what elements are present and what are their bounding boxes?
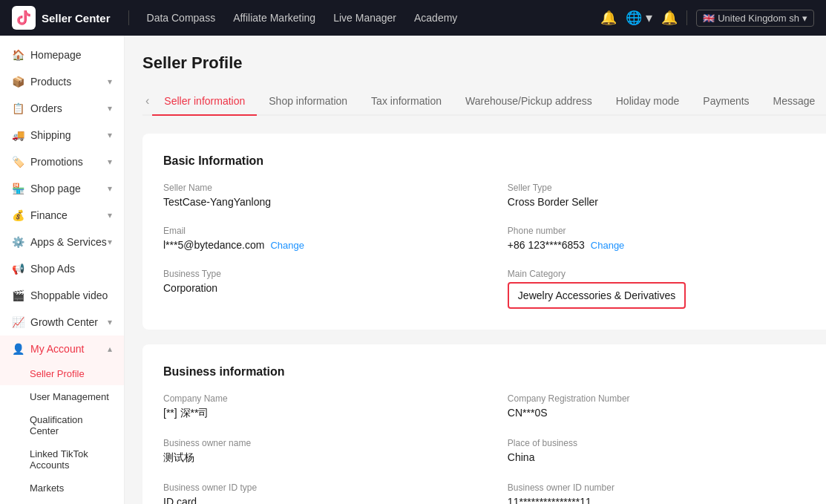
nav-live-manager[interactable]: Live Manager [333, 12, 396, 24]
sidebar-item-apps-services[interactable]: ⚙️ Apps & Services ▾ [0, 229, 124, 255]
apps-icon: ⚙️ [12, 236, 24, 248]
sidebar-item-shipping[interactable]: 🚚 Shipping ▾ [0, 122, 124, 148]
shop-page-icon: 🏪 [12, 183, 24, 194]
sidebar-item-finance[interactable]: 💰 Finance ▾ [0, 202, 124, 229]
sidebar-label-shoppable-video: Shoppable video [30, 289, 108, 301]
growth-icon: 📈 [12, 316, 24, 328]
sidebar-item-my-account[interactable]: 👤 My Account ▴ [0, 336, 124, 362]
chevron-down-icon: ▾ [108, 76, 112, 87]
phone-field: Phone number +86 123****6853 Change [508, 226, 816, 251]
home-icon: 🏠 [12, 49, 24, 61]
sidebar-item-shop-ads[interactable]: 📢 Shop Ads [0, 255, 124, 282]
sidebar-item-homepage[interactable]: 🏠 Homepage [0, 42, 124, 68]
basic-info-title: Basic Information [163, 154, 816, 168]
top-nav: Seller Center Data Compass Affiliate Mar… [0, 0, 826, 36]
owner-name-field: Business owner name 测试杨 [163, 438, 472, 465]
seller-type-label: Seller Type [508, 183, 816, 193]
tab-shop-info[interactable]: Shop information [257, 88, 359, 116]
sidebar-item-shoppable-video[interactable]: 🎬 Shoppable video [0, 282, 124, 309]
sidebar-label-products: Products [30, 76, 71, 88]
products-icon: 📦 [12, 76, 24, 88]
sidebar: 🏠 Homepage 📦 Products ▾ 📋 Orders ▾ 🚚 Shi… [0, 36, 125, 504]
email-label: Email [163, 226, 472, 236]
video-icon: 🎬 [12, 289, 24, 301]
tab-holiday-mode[interactable]: Holiday mode [604, 88, 692, 116]
translate-icon[interactable]: 🌐 ▾ [626, 10, 652, 26]
company-name-value: [**] 深**司 [163, 407, 472, 420]
email-value: l***5@bytedance.com Change [163, 239, 472, 251]
sidebar-sub-linked-tiktok[interactable]: Linked TikTok Accounts [0, 442, 124, 477]
seller-type-field: Seller Type Cross Border Seller [508, 183, 816, 208]
place-of-business-field: Place of business China [508, 438, 816, 465]
tab-payments[interactable]: Payments [691, 88, 761, 116]
flag-icon: 🇬🇧 [703, 13, 715, 24]
owner-name-label: Business owner name [163, 438, 472, 448]
nav-data-compass[interactable]: Data Compass [147, 12, 216, 24]
nav-academy[interactable]: Academy [414, 12, 457, 24]
email-text: l***5@bytedance.com [163, 239, 264, 251]
tab-warehouse[interactable]: Warehouse/Pickup address [453, 88, 604, 116]
sidebar-item-promotions[interactable]: 🏷️ Promotions ▾ [0, 148, 124, 175]
sidebar-sub-seller-profile[interactable]: Seller Profile [0, 362, 124, 385]
phone-label: Phone number [508, 226, 816, 236]
email-field: Email l***5@bytedance.com Change [163, 226, 472, 251]
main-category-highlight: Jewelry Accessories & Derivatives [508, 282, 686, 309]
phone-text: +86 123****6853 [508, 239, 585, 251]
company-reg-field: Company Registration Number CN***0S [508, 393, 816, 420]
sidebar-sub-markets[interactable]: Markets [0, 477, 124, 500]
nav-divider-2 [686, 10, 687, 25]
owner-id-number-label: Business owner ID number [508, 482, 816, 493]
main-category-field: Main Category Jewelry Accessories & Deri… [508, 269, 816, 309]
business-type-value: Corporation [163, 282, 472, 294]
seller-name-label: Seller Name [163, 183, 472, 193]
sidebar-label-shipping: Shipping [30, 129, 71, 141]
sidebar-sub-user-management[interactable]: User Management [0, 385, 124, 408]
sidebar-label-shop-page: Shop page [30, 183, 81, 194]
business-info-card: Business information Company Name [**] 深… [142, 344, 826, 504]
tabs: ‹ Seller information Shop information Ta… [142, 88, 826, 116]
sidebar-sub-qualification-center[interactable]: Qualification Center [0, 408, 124, 442]
owner-id-type-label: Business owner ID type [163, 482, 472, 493]
tab-message[interactable]: Message [761, 88, 826, 116]
finance-icon: 💰 [12, 209, 24, 221]
seller-type-value: Cross Border Seller [508, 196, 816, 208]
basic-info-card: Basic Information Seller Name TestCase-Y… [142, 134, 826, 330]
chevron-down-icon: ▾ [108, 237, 112, 247]
sidebar-label-growth: Growth Center [30, 316, 98, 328]
business-info-title: Business information [163, 365, 816, 379]
tab-seller-info[interactable]: Seller information [152, 88, 257, 116]
main-category-label: Main Category [508, 269, 816, 279]
sidebar-label-promotions: Promotions [30, 156, 83, 168]
owner-id-number-field: Business owner ID number 11*************… [508, 482, 816, 504]
tab-scroll-left[interactable]: ‹ [142, 94, 152, 108]
sidebar-item-growth-center[interactable]: 📈 Growth Center ▾ [0, 309, 124, 336]
region-selector[interactable]: 🇬🇧 United Kingdom sh ▾ [696, 10, 814, 27]
email-change-link[interactable]: Change [270, 240, 304, 251]
sidebar-label-my-account: My Account [30, 343, 84, 355]
bell-icon[interactable]: 🔔 [600, 10, 617, 26]
account-icon: 👤 [12, 343, 24, 355]
sidebar-item-products[interactable]: 📦 Products ▾ [0, 68, 124, 95]
sidebar-item-shop-page[interactable]: 🏪 Shop page ▾ [0, 175, 124, 202]
owner-id-number-value: 11***************11 [508, 496, 816, 504]
orders-icon: 📋 [12, 102, 24, 114]
phone-change-link[interactable]: Change [591, 240, 625, 251]
sidebar-label-homepage: Homepage [30, 49, 82, 61]
tab-tax-info[interactable]: Tax information [359, 88, 453, 116]
sidebar-item-official-group-chat[interactable]: 💬 Official Group Chat [0, 500, 124, 504]
chevron-down-icon: ▾ [108, 103, 112, 114]
nav-links: Data Compass Affiliate Marketing Live Ma… [147, 12, 458, 24]
nav-affiliate-marketing[interactable]: Affiliate Marketing [233, 12, 315, 24]
nav-right: 🔔 🌐 ▾ 🔔 🇬🇧 United Kingdom sh ▾ [600, 10, 814, 27]
chevron-down-icon: ▾ [802, 13, 807, 24]
business-type-field: Business Type Corporation [163, 269, 472, 309]
sidebar-label-apps: Apps & Services [30, 236, 107, 248]
region-label: United Kingdom sh [718, 13, 799, 24]
sidebar-item-orders[interactable]: 📋 Orders ▾ [0, 95, 124, 122]
notification-icon[interactable]: 🔔 [661, 10, 678, 26]
chevron-down-icon: ▾ [108, 157, 112, 167]
sidebar-label-finance: Finance [30, 209, 68, 221]
logo-area[interactable]: Seller Center [12, 6, 111, 30]
chevron-down-icon: ▾ [108, 130, 112, 140]
shop-ads-icon: 📢 [12, 263, 24, 275]
